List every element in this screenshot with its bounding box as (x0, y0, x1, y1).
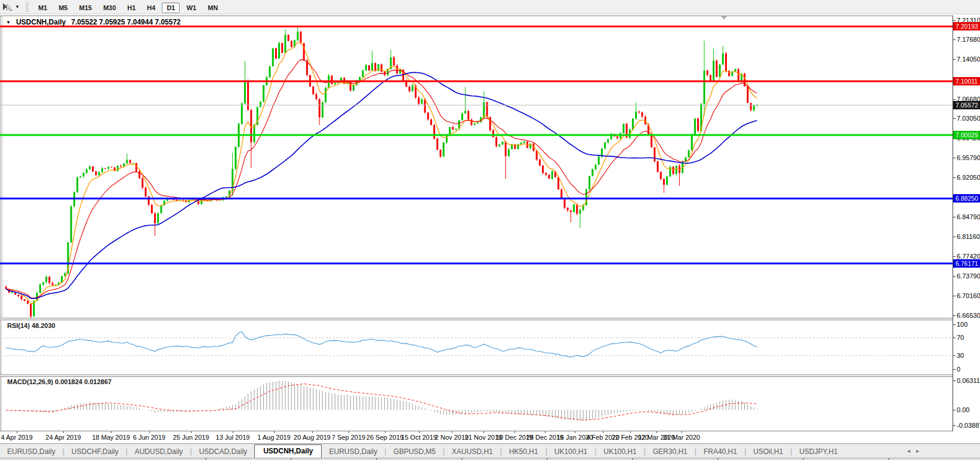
date-tick (312, 431, 313, 433)
chart-ohlc-values: 7.05522 7.05925 7.04944 7.05572 (71, 18, 181, 26)
price-tick: 7.03050 (953, 115, 980, 122)
date-tick (63, 431, 64, 433)
rsi-tick: 70 (953, 334, 964, 342)
date-tick (191, 431, 192, 433)
price-badge: 7.10011 (953, 77, 980, 85)
date-tick (233, 431, 233, 433)
price-tick: 6.81160 (953, 233, 980, 241)
date-tick (385, 431, 386, 433)
tf-button-H4[interactable]: H4 (142, 2, 160, 13)
date-tick (17, 431, 17, 433)
tf-button-W1[interactable]: W1 (181, 2, 201, 13)
rsi-label: RSI(14) 48.2030 (7, 322, 56, 329)
price-tick: 7.17680 (953, 36, 980, 44)
top-toolbar: ▼ M1M5M15M30H1H4D1W1MN (0, 0, 980, 14)
tab-ger30-h1[interactable]: GER30,H1 (646, 446, 695, 458)
date-label: 24 Apr 2019 (45, 434, 81, 441)
date-tick (483, 431, 484, 433)
price-tick: 6.73790 (953, 272, 980, 280)
date-label: 13 Jul 2019 (216, 434, 250, 441)
rsi-tick: 30 (953, 352, 964, 360)
tab-eurusd-daily[interactable]: EURUSD,Daily (0, 446, 63, 458)
macd-indicator-canvas[interactable] (0, 376, 953, 431)
tab-usoil-h1[interactable]: USOil,H1 (746, 446, 790, 458)
rsi-indicator-canvas[interactable] (0, 320, 953, 375)
date-label: 4 Apr 2019 (1, 434, 32, 441)
macd-label: MACD(12,26,9) 0.001824 0.012867 (7, 378, 112, 385)
tf-button-M5[interactable]: M5 (54, 2, 72, 13)
date-label: 1 Aug 2019 (257, 434, 291, 441)
price-tick: 6.70160 (953, 292, 980, 300)
tab-usdcad-daily[interactable]: USDCAD,Daily (192, 446, 254, 458)
tab-usdjpy-h1[interactable]: USDJPY,H1 (792, 446, 845, 458)
rsi-tick: 100 (953, 321, 967, 329)
tab-usdcnh-daily[interactable]: USDCNH,Daily (254, 444, 322, 458)
chart-tab-bar: EURUSD,Daily|USDCHF,Daily|AUDUSD,Daily|U… (0, 443, 980, 458)
tf-button-M30[interactable]: M30 (98, 2, 121, 13)
date-tick (603, 431, 603, 433)
date-axis[interactable]: 4 Apr 201924 Apr 201918 May 20196 Jun 20… (0, 431, 953, 443)
price-badge: 6.88250 (953, 194, 980, 203)
date-label: 6 Jun 2019 (133, 434, 165, 441)
tab-usdchf-daily[interactable]: USDCHF,Daily (64, 446, 126, 458)
mt4-window: { "toolbar": { "timeframes": ["M1","M5",… (0, 0, 980, 460)
price-badge: 7.05572 (953, 101, 980, 109)
chart-cursor-icon[interactable] (2, 2, 14, 12)
tab-uk100-h1[interactable]: UK100,H1 (547, 446, 594, 458)
tab-fra40-h1[interactable]: FRA40,H1 (697, 446, 744, 458)
price-badge: 7.20193 (953, 22, 980, 30)
timeframe-buttons: M1M5M15M30H1H4D1W1MN (33, 2, 224, 13)
price-chart-canvas[interactable] (0, 16, 953, 318)
date-tick (149, 431, 150, 433)
chart-symbol-label: USDCNH,Daily (16, 18, 66, 26)
date-tick (682, 431, 682, 433)
rsi-tick: 0 (953, 366, 960, 373)
price-tick: 6.66530 (953, 312, 980, 320)
tf-button-M15[interactable]: M15 (74, 2, 96, 13)
chart-shift-marker[interactable] (721, 16, 727, 20)
tab-gbpusd-m5[interactable]: GBPUSD,M5 (386, 446, 443, 458)
tab-xauusd-h1[interactable]: XAUUSD,H1 (445, 446, 500, 458)
price-tick: 7.14050 (953, 56, 980, 63)
symbol-dropdown-icon[interactable]: ▼ (6, 20, 11, 25)
macd-tick: 0.063113 (953, 377, 980, 385)
tf-button-M1[interactable]: M1 (33, 2, 52, 13)
window-bottom-strip (0, 458, 980, 460)
price-badge: 7.00029 (953, 131, 980, 139)
tf-button-H1[interactable]: H1 (122, 2, 140, 13)
tf-button-MN[interactable]: MN (203, 2, 223, 13)
date-tick (514, 431, 515, 433)
date-tick (657, 431, 657, 433)
tab-scroll-left-icon[interactable]: ◂ (907, 447, 910, 454)
date-tick (419, 431, 420, 433)
date-tick (545, 431, 546, 433)
toolbar-grip-handle[interactable] (26, 2, 29, 12)
date-tick (575, 431, 575, 433)
price-tick: 6.84790 (953, 213, 980, 221)
macd-tick: 0.00 (953, 406, 969, 414)
date-label: 18 May 2019 (92, 434, 130, 441)
date-tick (630, 431, 631, 433)
date-tick (452, 431, 452, 433)
date-label: 25 Jun 2019 (173, 434, 209, 441)
tab-hk50-h1[interactable]: HK50,H1 (502, 446, 546, 458)
date-tick (111, 431, 112, 433)
date-label: 15 Oct 2019 (401, 434, 437, 441)
price-badge: 6.76171 (953, 259, 980, 268)
tab-audusd-daily[interactable]: AUDUSD,Daily (128, 446, 190, 458)
date-label: 20 Aug 2019 (294, 434, 331, 441)
chart-title: ▼ USDCNH,Daily 7.05522 7.05925 7.04944 7… (6, 18, 181, 26)
date-label: 31 Mar 2020 (663, 434, 700, 441)
tf-button-D1[interactable]: D1 (162, 2, 180, 13)
tab-uk100-h1[interactable]: UK100,H1 (596, 446, 643, 458)
chevron-down-icon[interactable]: ▼ (15, 4, 20, 10)
price-tick: 6.95790 (953, 154, 980, 162)
tab-scroll-right-icon[interactable]: ▸ (916, 447, 919, 454)
price-tick: 6.92050 (953, 174, 980, 182)
date-tick (274, 431, 275, 433)
date-tick (349, 431, 349, 433)
date-label: 26 Sep 2019 (366, 434, 403, 441)
macd-tick: -0.038872 (953, 422, 980, 430)
tab-eurusd-daily[interactable]: EURUSD,Daily (322, 446, 384, 458)
date-label: 7 Sep 2019 (332, 434, 365, 441)
